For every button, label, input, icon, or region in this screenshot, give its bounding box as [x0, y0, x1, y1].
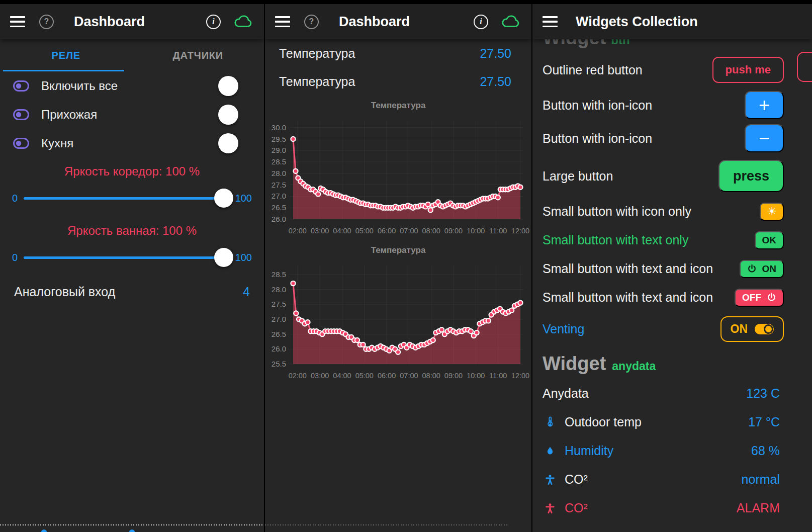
- switch-row-hallway: Прихожая: [0, 100, 264, 129]
- clipped-section-heading: Widgetbtn: [532, 39, 812, 51]
- ok-button[interactable]: OK: [755, 231, 784, 249]
- thermometer-icon: [543, 416, 558, 429]
- widget-label: Button with ion-icon: [543, 131, 652, 146]
- appbar: ? Dashboard i: [0, 4, 264, 39]
- appbar: Widgets Collection: [532, 4, 812, 39]
- temperature-value: 27.50: [480, 46, 511, 61]
- brightness-button[interactable]: ☀: [760, 203, 784, 221]
- button-text: OFF: [742, 292, 761, 303]
- analog-input-row: Аналоговый вход 4: [0, 276, 264, 307]
- status-bar: [0, 0, 264, 4]
- temperature-row: Температура 27.50: [265, 39, 531, 67]
- panel-dashboard-relays: ? Dashboard i РЕЛЕ ДАТЧИКИ Включить все: [0, 0, 264, 532]
- svg-text:11:00: 11:00: [489, 227, 507, 235]
- svg-text:07:00: 07:00: [400, 372, 418, 380]
- menu-icon[interactable]: [10, 16, 25, 27]
- slider-min-label: 0: [12, 193, 18, 204]
- chart-title: Температура: [265, 245, 531, 258]
- panel-dashboard-sensors: ? Dashboard i Температура 27.50 Температ…: [265, 0, 531, 532]
- clipped-button-edge: [797, 52, 812, 82]
- on-button[interactable]: ON: [740, 260, 784, 278]
- temperature-chart-2: 28.528.027.527.026.526.025.502:0003:0004…: [265, 258, 530, 385]
- svg-text:28.5: 28.5: [272, 157, 286, 166]
- off-button[interactable]: OFF: [735, 289, 784, 307]
- tab-bar: РЕЛЕ ДАТЧИКИ: [0, 39, 264, 71]
- toggle-glyph-icon: [13, 109, 29, 121]
- svg-text:28.0: 28.0: [272, 285, 286, 294]
- status-bar: [265, 0, 531, 4]
- svg-text:02:00: 02:00: [289, 372, 307, 380]
- press-button[interactable]: press: [718, 160, 784, 192]
- data-row-co2-normal: CO² normal: [532, 465, 812, 494]
- svg-text:28.0: 28.0: [272, 169, 286, 178]
- switch-kitchen-off[interactable]: [220, 135, 249, 152]
- slider-thumb[interactable]: [214, 189, 233, 208]
- svg-text:29.5: 29.5: [272, 135, 286, 143]
- svg-text:10:00: 10:00: [467, 372, 485, 380]
- data-label: Outdoor temp: [565, 415, 642, 429]
- switch-hallway-off[interactable]: [220, 106, 249, 123]
- menu-icon[interactable]: [543, 16, 558, 27]
- widget-row-text-icon-off: Small button with text and icon OFF: [532, 283, 812, 312]
- tab-relays[interactable]: РЕЛЕ: [0, 39, 132, 71]
- slider-thumb[interactable]: [214, 248, 233, 267]
- data-value: 123 C: [746, 386, 780, 401]
- minus-button[interactable]: −: [745, 124, 784, 152]
- widget-label: Small button with text and icon: [543, 290, 713, 305]
- widget-row-icon-only: Small button with icon only ☀: [532, 197, 812, 226]
- slider-track[interactable]: [24, 197, 229, 200]
- help-icon[interactable]: ?: [39, 15, 54, 29]
- section-heading-main: Widget: [543, 353, 606, 375]
- svg-text:06:00: 06:00: [378, 227, 396, 235]
- page-title: Dashboard: [339, 14, 410, 30]
- temperature-chart-1: 30.029.529.028.528.027.527.026.526.002:0…: [265, 114, 530, 240]
- minus-icon: −: [759, 129, 770, 148]
- switch-label: Кухня: [41, 136, 73, 150]
- data-row-anydata: Anydata 123 C: [532, 379, 812, 408]
- svg-text:10:00: 10:00: [467, 227, 485, 235]
- data-label: CO²: [565, 501, 588, 515]
- push-me-button[interactable]: push me: [712, 57, 784, 83]
- temperature-row: Температура 27.50: [265, 67, 531, 96]
- toggle-glyph-icon: [13, 80, 29, 92]
- svg-text:12:00: 12:00: [511, 227, 529, 235]
- plus-button[interactable]: +: [745, 91, 784, 119]
- venting-toggle-button[interactable]: ON: [720, 316, 784, 342]
- switch-row-kitchen: Кухня: [0, 129, 264, 157]
- button-text: ON: [731, 322, 748, 336]
- info-icon[interactable]: i: [206, 15, 221, 29]
- widget-label: Small button with text and icon: [543, 261, 713, 276]
- data-value: ALARM: [737, 501, 780, 515]
- help-icon[interactable]: ?: [304, 15, 319, 29]
- svg-text:12:00: 12:00: [511, 372, 529, 380]
- switch-all-off[interactable]: [220, 77, 249, 95]
- widget-row-venting: Venting ON: [532, 312, 812, 346]
- person-icon: [543, 474, 558, 486]
- data-label: Humidity: [565, 444, 613, 458]
- svg-text:05:00: 05:00: [355, 372, 374, 380]
- widget-label: Small button with text only: [543, 233, 688, 247]
- toggle-on-icon: [755, 324, 774, 334]
- svg-text:25.5: 25.5: [272, 360, 286, 368]
- slider-track[interactable]: [24, 256, 229, 259]
- svg-text:05:00: 05:00: [355, 227, 374, 235]
- chart-title: Температура: [265, 101, 531, 114]
- power-icon: [747, 264, 757, 274]
- panel-widgets-collection: Widgets Collection Widgetbtn Outline red…: [532, 0, 812, 532]
- status-bar: [532, 0, 812, 4]
- slider-caption-bathroom: Яркость ванная: 100 %: [0, 224, 264, 239]
- menu-icon[interactable]: [275, 16, 290, 27]
- svg-text:26.0: 26.0: [272, 344, 286, 353]
- svg-text:28.5: 28.5: [272, 270, 286, 279]
- widget-label: Large button: [543, 169, 613, 184]
- svg-text:30.0: 30.0: [272, 123, 286, 132]
- temperature-label: Температура: [279, 46, 355, 61]
- tab-sensors[interactable]: ДАТЧИКИ: [132, 39, 264, 71]
- data-value: normal: [742, 472, 780, 487]
- clipped-heading-tag: btn: [611, 39, 629, 47]
- info-icon[interactable]: i: [474, 15, 488, 29]
- droplet-icon: [543, 446, 558, 457]
- svg-text:11:00: 11:00: [489, 372, 507, 380]
- svg-text:26.0: 26.0: [272, 215, 286, 223]
- svg-text:09:00: 09:00: [444, 372, 463, 380]
